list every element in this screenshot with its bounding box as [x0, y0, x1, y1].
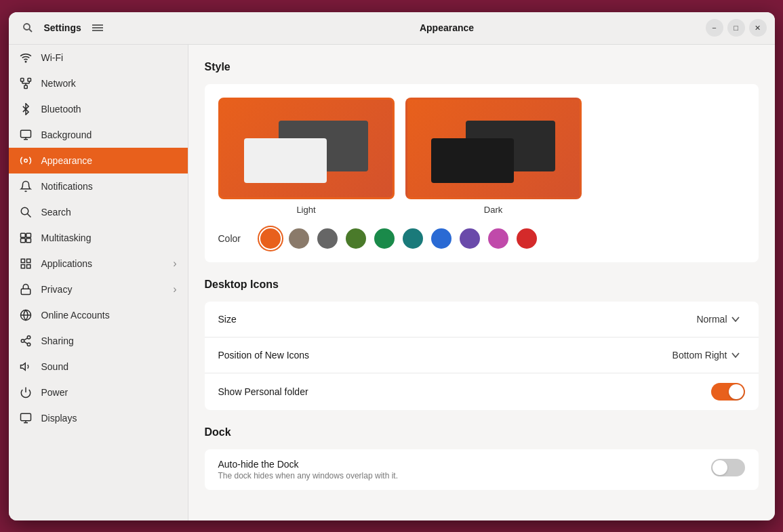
color-swatch-teal[interactable] — [403, 228, 423, 249]
appearance-icon — [20, 155, 32, 167]
color-swatch-tan[interactable] — [289, 228, 309, 249]
dark-preview — [405, 98, 582, 199]
svg-point-0 — [24, 24, 30, 30]
sidebar-item-label-appearance: Appearance — [41, 155, 93, 166]
svg-point-16 — [24, 159, 27, 162]
wifi-icon — [20, 52, 32, 64]
sidebar-item-sound[interactable]: Sound — [9, 354, 188, 380]
sidebar-item-online-accounts[interactable]: Online Accounts — [9, 302, 188, 328]
sidebar-item-multitasking[interactable]: Multitasking — [9, 225, 188, 251]
settings-window: Settings Appearance − □ ✕ Wi-FiNetworkBl… — [9, 12, 775, 520]
style-options: Light Dark — [218, 98, 745, 215]
search-icon — [20, 206, 32, 218]
titlebar-center: Appearance — [188, 22, 706, 33]
sidebar-item-label-applications: Applications — [41, 258, 93, 269]
auto-hide-toggle[interactable] — [711, 459, 745, 476]
titlebar-search-button[interactable] — [17, 17, 39, 39]
sidebar-item-wifi[interactable]: Wi-Fi — [9, 45, 188, 70]
chevron-down-icon — [731, 316, 740, 322]
sidebar-item-label-notifications: Notifications — [41, 181, 93, 192]
sidebar-item-bluetooth[interactable]: Bluetooth — [9, 96, 188, 122]
sidebar-item-displays[interactable]: Displays — [9, 405, 188, 431]
svg-rect-26 — [26, 264, 30, 268]
svg-line-33 — [24, 342, 27, 344]
sidebar-item-label-search: Search — [41, 207, 71, 218]
close-button[interactable]: ✕ — [749, 19, 767, 37]
position-label: Position of New Icons — [218, 350, 667, 361]
style-option-dark[interactable]: Dark — [405, 98, 582, 215]
page-title: Appearance — [420, 22, 474, 33]
sidebar-item-label-online-accounts: Online Accounts — [41, 310, 110, 321]
auto-hide-label: Auto-hide the Dock — [218, 459, 711, 470]
light-window-front — [244, 138, 327, 184]
sidebar-item-notifications[interactable]: Notifications — [9, 173, 188, 199]
privacy-icon — [20, 283, 32, 295]
dock-title: Dock — [205, 426, 759, 438]
sound-icon — [20, 361, 32, 373]
light-preview — [218, 98, 395, 199]
color-swatch-green[interactable] — [346, 228, 366, 249]
sidebar-item-label-network: Network — [41, 78, 76, 89]
light-label: Light — [218, 205, 395, 215]
color-swatch-teal-green[interactable] — [374, 228, 395, 249]
titlebar-menu-button[interactable] — [87, 17, 108, 39]
size-label: Size — [218, 314, 691, 325]
sidebar-item-network[interactable]: Network — [9, 70, 188, 96]
sidebar-item-applications[interactable]: Applications — [9, 251, 188, 277]
sidebar-item-label-privacy: Privacy — [41, 284, 73, 295]
applications-icon — [20, 258, 32, 270]
position-value: Bottom Right — [672, 350, 727, 361]
show-personal-label: Show Personal folder — [218, 386, 711, 397]
sidebar-item-search[interactable]: Search — [9, 199, 188, 225]
main-area: Wi-FiNetworkBluetoothBackgroundAppearanc… — [9, 45, 775, 520]
maximize-button[interactable]: □ — [727, 19, 745, 37]
position-dropdown[interactable]: Bottom Right — [667, 347, 745, 363]
power-icon — [20, 386, 32, 398]
svg-point-30 — [27, 335, 31, 339]
minimize-button[interactable]: − — [706, 19, 723, 37]
sidebar-item-label-power: Power — [41, 387, 68, 398]
show-personal-row: Show Personal folder — [205, 373, 759, 410]
color-swatch-orange[interactable] — [260, 228, 281, 249]
svg-marker-35 — [20, 363, 25, 370]
sidebar-item-background[interactable]: Background — [9, 122, 188, 148]
color-swatch-pink[interactable] — [488, 228, 508, 249]
sidebar-item-label-wifi: Wi-Fi — [41, 52, 64, 63]
dark-label: Dark — [405, 205, 582, 215]
bluetooth-icon — [20, 103, 32, 115]
style-section-title: Style — [205, 61, 759, 73]
desktop-icons-title: Desktop Icons — [205, 279, 759, 291]
svg-line-18 — [27, 213, 31, 217]
color-swatch-red[interactable] — [517, 228, 537, 249]
auto-hide-subtitle: The dock hides when any windows overlap … — [218, 471, 711, 480]
sidebar-item-label-multitasking: Multitasking — [41, 232, 92, 243]
svg-rect-6 — [20, 78, 24, 81]
svg-line-34 — [24, 337, 27, 340]
svg-rect-8 — [24, 85, 27, 89]
color-swatch-blue[interactable] — [431, 228, 451, 249]
svg-rect-23 — [21, 259, 24, 262]
svg-rect-21 — [20, 238, 25, 242]
color-swatch-gray[interactable] — [317, 228, 338, 249]
sidebar-item-power[interactable]: Power — [9, 380, 188, 405]
auto-hide-row: Auto-hide the Dock The dock hides when a… — [205, 449, 759, 490]
online-accounts-icon — [20, 309, 32, 321]
color-row: Color — [218, 228, 745, 249]
size-dropdown[interactable]: Normal — [691, 311, 744, 327]
svg-rect-7 — [28, 78, 31, 81]
auto-hide-header: Auto-hide the Dock The dock hides when a… — [218, 459, 745, 480]
content-area: Style Light — [188, 45, 775, 520]
color-label: Color — [218, 233, 252, 244]
svg-rect-37 — [20, 413, 31, 421]
dark-window-front — [431, 138, 514, 184]
size-row: Size Normal — [205, 302, 759, 337]
sidebar: Wi-FiNetworkBluetoothBackgroundAppearanc… — [9, 45, 188, 520]
show-personal-toggle[interactable] — [711, 383, 745, 401]
sidebar-item-label-bluetooth: Bluetooth — [41, 104, 81, 115]
size-value: Normal — [696, 314, 727, 325]
sidebar-item-sharing[interactable]: Sharing — [9, 328, 188, 354]
sidebar-item-appearance[interactable]: Appearance — [9, 148, 188, 173]
color-swatch-purple[interactable] — [460, 228, 480, 249]
sidebar-item-privacy[interactable]: Privacy — [9, 277, 188, 302]
style-option-light[interactable]: Light — [218, 98, 395, 215]
